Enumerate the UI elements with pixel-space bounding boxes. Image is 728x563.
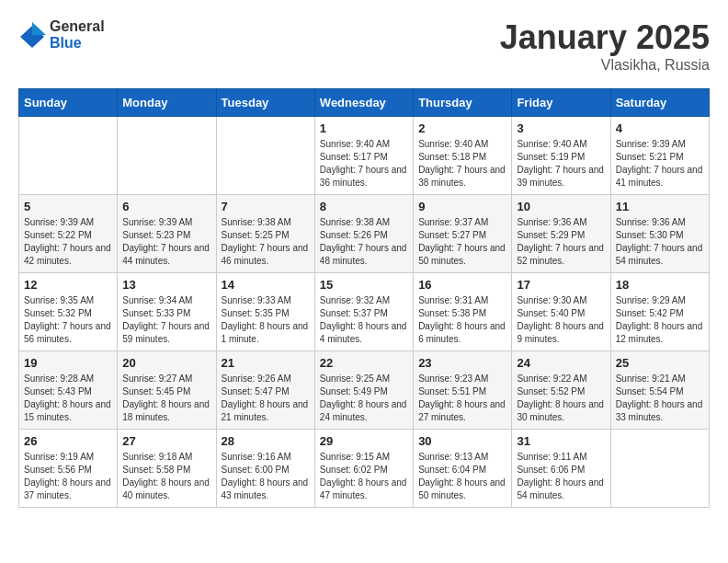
day-number: 5 — [24, 200, 112, 213]
calendar-cell: 19Sunrise: 9:28 AM Sunset: 5:43 PM Dayli… — [19, 351, 118, 430]
calendar-cell: 9Sunrise: 9:37 AM Sunset: 5:27 PM Daylig… — [414, 195, 512, 273]
calendar-cell: 24Sunrise: 9:22 AM Sunset: 5:52 PM Dayli… — [512, 351, 610, 430]
day-number: 8 — [320, 200, 408, 213]
day-info: Sunrise: 9:29 AM Sunset: 5:42 PM Dayligh… — [616, 294, 704, 346]
day-info: Sunrise: 9:27 AM Sunset: 5:45 PM Dayligh… — [122, 373, 210, 424]
day-info: Sunrise: 9:40 AM Sunset: 5:17 PM Dayligh… — [320, 138, 408, 190]
day-info: Sunrise: 9:22 AM Sunset: 5:52 PM Dayligh… — [517, 373, 605, 424]
calendar-cell: 18Sunrise: 9:29 AM Sunset: 5:42 PM Dayli… — [610, 273, 709, 351]
header: General Blue January 2025 Vlasikha, Russ… — [18, 18, 710, 74]
header-sunday: Sunday — [19, 89, 118, 117]
calendar-cell: 30Sunrise: 9:13 AM Sunset: 6:04 PM Dayli… — [414, 430, 512, 508]
day-number: 3 — [517, 121, 605, 135]
calendar-cell: 22Sunrise: 9:25 AM Sunset: 5:49 PM Dayli… — [314, 351, 413, 430]
day-info: Sunrise: 9:40 AM Sunset: 5:18 PM Dayligh… — [418, 138, 506, 190]
calendar-cell — [216, 117, 314, 195]
day-number: 29 — [320, 434, 408, 448]
day-number: 1 — [320, 121, 408, 135]
calendar-cell: 13Sunrise: 9:34 AM Sunset: 5:33 PM Dayli… — [118, 273, 216, 351]
day-info: Sunrise: 9:25 AM Sunset: 5:49 PM Dayligh… — [320, 373, 408, 424]
calendar-cell: 26Sunrise: 9:19 AM Sunset: 5:56 PM Dayli… — [19, 430, 118, 508]
calendar-cell: 17Sunrise: 9:30 AM Sunset: 5:40 PM Dayli… — [512, 273, 610, 351]
day-number: 28 — [222, 434, 310, 448]
day-info: Sunrise: 9:39 AM Sunset: 5:21 PM Dayligh… — [616, 138, 704, 190]
day-info: Sunrise: 9:13 AM Sunset: 6:04 PM Dayligh… — [418, 451, 506, 502]
calendar-cell: 7Sunrise: 9:38 AM Sunset: 5:25 PM Daylig… — [216, 195, 314, 273]
calendar-cell: 27Sunrise: 9:18 AM Sunset: 5:58 PM Dayli… — [118, 430, 216, 508]
day-number: 26 — [24, 434, 112, 448]
day-number: 31 — [517, 434, 605, 448]
day-number: 17 — [517, 278, 605, 292]
day-number: 14 — [222, 278, 310, 292]
calendar-cell: 11Sunrise: 9:36 AM Sunset: 5:30 PM Dayli… — [610, 195, 709, 273]
header-monday: Monday — [118, 89, 216, 117]
day-info: Sunrise: 9:30 AM Sunset: 5:40 PM Dayligh… — [517, 294, 605, 346]
day-info: Sunrise: 9:23 AM Sunset: 5:51 PM Dayligh… — [418, 373, 506, 424]
day-number: 23 — [418, 356, 506, 370]
day-number: 12 — [24, 278, 112, 292]
day-number: 30 — [418, 434, 506, 448]
day-info: Sunrise: 9:26 AM Sunset: 5:47 PM Dayligh… — [222, 373, 310, 424]
day-number: 9 — [418, 200, 506, 213]
day-info: Sunrise: 9:33 AM Sunset: 5:35 PM Dayligh… — [222, 294, 310, 346]
calendar-week-3: 19Sunrise: 9:28 AM Sunset: 5:43 PM Dayli… — [19, 351, 710, 430]
day-info: Sunrise: 9:32 AM Sunset: 5:37 PM Dayligh… — [320, 294, 408, 346]
logo: General Blue — [18, 18, 105, 52]
day-number: 6 — [122, 200, 210, 213]
calendar-cell: 2Sunrise: 9:40 AM Sunset: 5:18 PM Daylig… — [414, 117, 512, 195]
day-number: 16 — [418, 278, 506, 292]
day-number: 10 — [517, 200, 605, 213]
day-info: Sunrise: 9:40 AM Sunset: 5:19 PM Dayligh… — [517, 138, 605, 190]
calendar-cell: 14Sunrise: 9:33 AM Sunset: 5:35 PM Dayli… — [216, 273, 314, 351]
location: Vlasikha, Russia — [500, 57, 710, 74]
day-info: Sunrise: 9:15 AM Sunset: 6:02 PM Dayligh… — [320, 451, 408, 502]
calendar-cell: 1Sunrise: 9:40 AM Sunset: 5:17 PM Daylig… — [314, 117, 413, 195]
calendar-cell: 3Sunrise: 9:40 AM Sunset: 5:19 PM Daylig… — [512, 117, 610, 195]
day-info: Sunrise: 9:37 AM Sunset: 5:27 PM Dayligh… — [418, 216, 506, 268]
calendar-cell — [19, 117, 118, 195]
calendar-cell: 5Sunrise: 9:39 AM Sunset: 5:22 PM Daylig… — [19, 195, 118, 273]
day-info: Sunrise: 9:19 AM Sunset: 5:56 PM Dayligh… — [24, 451, 112, 502]
page: General Blue January 2025 Vlasikha, Russ… — [0, 0, 728, 517]
day-number: 13 — [122, 278, 210, 292]
day-info: Sunrise: 9:39 AM Sunset: 5:22 PM Dayligh… — [24, 216, 112, 268]
header-wednesday: Wednesday — [314, 89, 413, 117]
day-number: 25 — [616, 356, 704, 370]
calendar-cell: 28Sunrise: 9:16 AM Sunset: 6:00 PM Dayli… — [216, 430, 314, 508]
calendar-cell: 12Sunrise: 9:35 AM Sunset: 5:32 PM Dayli… — [19, 273, 118, 351]
day-info: Sunrise: 9:11 AM Sunset: 6:06 PM Dayligh… — [517, 451, 605, 502]
calendar-cell — [610, 430, 709, 508]
day-number: 11 — [616, 200, 704, 213]
title-section: January 2025 Vlasikha, Russia — [500, 18, 710, 74]
calendar-cell: 29Sunrise: 9:15 AM Sunset: 6:02 PM Dayli… — [314, 430, 413, 508]
day-info: Sunrise: 9:38 AM Sunset: 5:26 PM Dayligh… — [320, 216, 408, 268]
calendar-cell — [118, 117, 216, 195]
day-number: 2 — [418, 121, 506, 135]
calendar-cell: 16Sunrise: 9:31 AM Sunset: 5:38 PM Dayli… — [414, 273, 512, 351]
day-info: Sunrise: 9:34 AM Sunset: 5:33 PM Dayligh… — [122, 294, 210, 346]
calendar-cell: 15Sunrise: 9:32 AM Sunset: 5:37 PM Dayli… — [314, 273, 413, 351]
calendar: Sunday Monday Tuesday Wednesday Thursday… — [18, 88, 710, 508]
calendar-cell: 10Sunrise: 9:36 AM Sunset: 5:29 PM Dayli… — [512, 195, 610, 273]
day-info: Sunrise: 9:36 AM Sunset: 5:29 PM Dayligh… — [517, 216, 605, 268]
day-info: Sunrise: 9:21 AM Sunset: 5:54 PM Dayligh… — [616, 373, 704, 424]
svg-marker-1 — [32, 22, 46, 35]
month-title: January 2025 — [500, 18, 710, 57]
day-number: 21 — [222, 356, 310, 370]
day-info: Sunrise: 9:38 AM Sunset: 5:25 PM Dayligh… — [222, 216, 310, 268]
calendar-week-2: 12Sunrise: 9:35 AM Sunset: 5:32 PM Dayli… — [19, 273, 710, 351]
day-number: 27 — [122, 434, 210, 448]
day-info: Sunrise: 9:28 AM Sunset: 5:43 PM Dayligh… — [24, 373, 112, 424]
day-info: Sunrise: 9:16 AM Sunset: 6:00 PM Dayligh… — [222, 451, 310, 502]
day-number: 20 — [122, 356, 210, 370]
calendar-cell: 4Sunrise: 9:39 AM Sunset: 5:21 PM Daylig… — [610, 117, 709, 195]
calendar-week-4: 26Sunrise: 9:19 AM Sunset: 5:56 PM Dayli… — [19, 430, 710, 508]
day-number: 15 — [320, 278, 408, 292]
day-number: 18 — [616, 278, 704, 292]
calendar-header-row: Sunday Monday Tuesday Wednesday Thursday… — [19, 89, 710, 117]
day-info: Sunrise: 9:31 AM Sunset: 5:38 PM Dayligh… — [418, 294, 506, 346]
header-thursday: Thursday — [414, 89, 512, 117]
day-info: Sunrise: 9:36 AM Sunset: 5:30 PM Dayligh… — [616, 216, 704, 268]
day-info: Sunrise: 9:35 AM Sunset: 5:32 PM Dayligh… — [24, 294, 112, 346]
day-number: 19 — [24, 356, 112, 370]
